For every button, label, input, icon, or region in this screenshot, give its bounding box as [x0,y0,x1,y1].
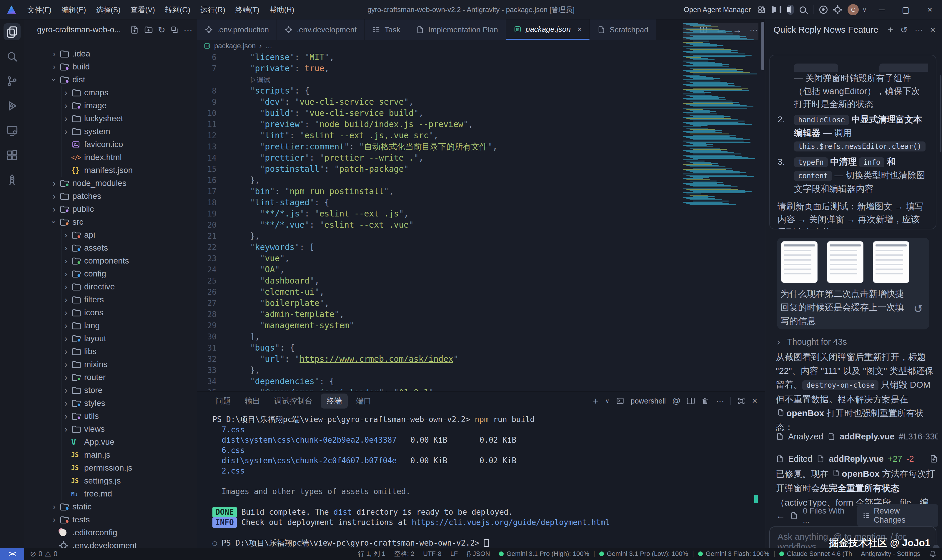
minimap-viewport[interactable] [683,23,759,40]
new-conversation-icon[interactable]: + [888,25,893,35]
tree-item-views[interactable]: ›views [24,423,197,435]
tree-item-static[interactable]: ›static [24,500,197,513]
tree-item-.env.development[interactable]: .env.development [24,539,197,548]
close-tab-icon[interactable]: × [577,25,582,34]
thought-toggle[interactable]: › Thought for 43s [777,337,847,347]
tree-item-App.vue[interactable]: VApp.vue [24,435,197,449]
history-icon[interactable]: ↺ [900,25,908,35]
code-line-29[interactable]: 29 "management-system" [197,320,765,331]
tree-item-.idea[interactable]: ›.idea [24,47,197,60]
inline-code[interactable]: content [794,171,832,181]
activity-ext-icon[interactable] [0,143,24,168]
tree-item-utils[interactable]: ›utils [24,410,197,423]
new-terminal-icon[interactable]: + [593,395,599,407]
browser-icon[interactable] [819,6,828,14]
code-line-23[interactable]: 23 "vue", [197,253,765,264]
tree-item-layout[interactable]: ›layout [24,332,197,345]
tree-item-patches[interactable]: ›patches [24,190,197,203]
back-arrow-icon[interactable]: ← [776,510,785,521]
close-panel-icon[interactable]: × [752,396,757,406]
tree-item-.editorconfig[interactable]: .editorconfig [24,526,197,539]
tree-item-favicon.ico[interactable]: favicon.ico [24,138,197,151]
tab-Scratchpad[interactable]: Scratchpad [590,19,656,40]
screenshot-thumbnail[interactable] [781,241,817,283]
codelens[interactable]: ▷调试 [197,74,765,85]
code-line-11[interactable]: 11 "preview": "node build/index.js --pre… [197,119,765,130]
code-line-16[interactable]: 16 }, [197,175,765,186]
code-line-30[interactable]: 30 ], [197,331,765,342]
avatar-chevron-down-icon[interactable]: ∨ [862,6,867,13]
tree-item-tree.md[interactable]: M↓tree.md [24,487,197,500]
tree-item-libs[interactable]: ›libs [24,345,197,358]
model-quota[interactable]: Gemini 3.1 Pro (Low): 100% [599,550,688,558]
tree-item-lang[interactable]: ›lang [24,319,197,332]
language-mode[interactable]: {} JSON [466,550,490,558]
close-button[interactable]: × [921,0,939,19]
remote-indicator[interactable]: >< [0,548,24,560]
explorer-project-title[interactable]: gyro-craftsman-web-o... [37,25,121,34]
minimap[interactable] [683,23,759,389]
code-line-6[interactable]: 6 "license": "MIT", [197,52,765,63]
tree-item-filters[interactable]: ›filters [24,293,197,306]
activity-debug-icon[interactable] [0,94,24,118]
code-line-18[interactable]: 18 "lint-staged": { [197,197,765,208]
encoding[interactable]: UTF-8 [423,550,441,558]
model-quota[interactable]: Claude Sonnet 4.6 (Th [779,550,852,558]
file-reference[interactable]: openBox [831,469,879,478]
open-diff-icon[interactable] [929,454,938,463]
at-mention-icon[interactable]: @ [672,396,680,406]
maximize-button[interactable]: ▢ [897,0,915,19]
code-line-35[interactable]: 35 "@amap/amap-jsapi-loader": "^1.0.1", [197,387,765,391]
menu-转到G[interactable]: 转到(G) [160,0,195,19]
toggle-right-panel-button[interactable] [787,5,794,15]
minimize-button[interactable]: ─ [873,0,891,19]
code-line-8[interactable]: 8 "scripts": { [197,85,765,97]
code-line-9[interactable]: 9 "dev": "vue-cli-service serve", [197,97,765,108]
tab-Implementation Plan[interactable]: Implementation Plan [408,19,506,40]
tab-Task[interactable]: Task [365,19,408,40]
panel-tab-端口[interactable]: 端口 [350,394,377,409]
code-line-27[interactable]: 27 "boilerplate", [197,298,765,309]
search-icon[interactable] [800,6,806,13]
tree-item-luckysheet[interactable]: ›luckysheet [24,112,197,125]
maximize-panel-icon[interactable] [737,397,745,405]
code-line-19[interactable]: 19 "**/*.js": "eslint --ext .js", [197,208,765,219]
breadcrumb[interactable]: package.json › … [197,40,765,52]
tree-item-index.html[interactable]: </>index.html [24,151,197,164]
new-folder-icon[interactable] [144,25,153,34]
tree-item-main.js[interactable]: JSmain.js [24,449,197,462]
menu-终端T[interactable]: 终端(T) [230,0,265,19]
tree-item-dist[interactable]: ›dist [24,73,197,86]
terminal-output[interactable]: PS D:\项目\乐福翔pc端\view-pc\gyro-craftsman-w… [197,410,765,548]
code-line-24[interactable]: 24 "OA", [197,264,765,275]
code-line-32[interactable]: 32 "url": "https://www.crmeb.com/ask/ind… [197,354,765,365]
toggle-bottom-panel-button[interactable] [780,7,781,12]
settings-gear-icon[interactable] [834,7,840,13]
code-line-26[interactable]: 26 "element-ui", [197,286,765,298]
inline-code[interactable]: typeFn [794,157,828,167]
tree-item-permission.js[interactable]: JSpermission.js [24,462,197,474]
tool-call-analyzed[interactable]: Analyzed addReply.vue #L316-330 [776,429,938,444]
indentation[interactable]: 空格: 2 [394,549,414,558]
tree-item-store[interactable]: ›store [24,384,197,397]
terminal-dropdown-icon[interactable]: ∨ [605,397,610,405]
tree-item-directive[interactable]: ›directive [24,280,197,293]
tree-item-image[interactable]: ›image [24,99,197,112]
tab-.env.production[interactable]: .env.production [197,19,277,40]
new-file-icon[interactable] [130,25,139,34]
tree-item-build[interactable]: ›build [24,60,197,73]
kill-terminal-icon[interactable] [701,397,709,405]
model-quota[interactable]: Gemini 3 Flash: 100% [698,550,769,558]
screenshot-thumbnail[interactable] [873,241,909,283]
code-line-34[interactable]: 34 "dependencies": { [197,376,765,387]
code-line-31[interactable]: 31 "bugs": { [197,342,765,354]
activity-search-icon[interactable] [0,44,24,69]
code-line-17[interactable]: 17 "bin": "npm run postinstall", [197,186,765,197]
cursor-position[interactable]: 行 1, 列 1 [358,549,385,558]
panel-tab-调试控制台[interactable]: 调试控制台 [268,394,318,409]
activity-files-icon[interactable] [0,19,24,44]
code-line-21[interactable]: 21 }, [197,231,765,242]
shell-name[interactable]: powershell [631,397,666,405]
code-line-10[interactable]: 10 "build": "vue-cli-service build", [197,108,765,119]
tab-package.json[interactable]: package.json× [506,19,590,40]
